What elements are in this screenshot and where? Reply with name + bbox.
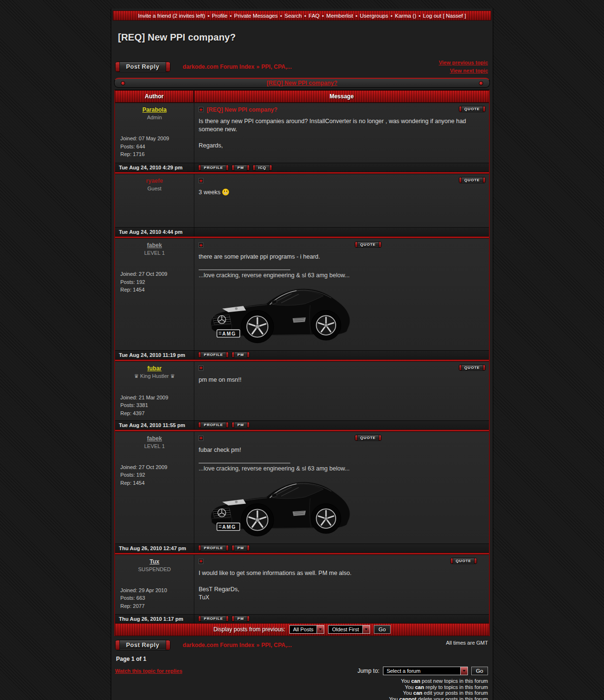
author-name-link[interactable]: Tux	[149, 558, 159, 565]
pm-label: PM	[234, 616, 247, 621]
post-reply-label: Post Reply	[120, 62, 166, 72]
author-rank: Guest	[148, 186, 161, 191]
permission-line: Youcanpost new topics in this forum	[115, 678, 488, 684]
nav-memberlist[interactable]: Memberlist	[326, 13, 353, 19]
jump-to-go-button[interactable]: Go	[471, 667, 488, 675]
nav-usergroups[interactable]: Usergroups	[360, 13, 388, 19]
author-name-link[interactable]: fubar	[148, 365, 162, 372]
nav-search[interactable]: Search	[285, 13, 302, 19]
watch-topic-link[interactable]: Watch this topic for replies	[115, 668, 182, 674]
author-rank: LEVEL 1	[144, 443, 165, 449]
profile-button[interactable]: PROFILE	[198, 422, 229, 428]
profile-button[interactable]: PROFILE	[198, 165, 229, 171]
icq-button[interactable]: ICQ	[253, 165, 272, 171]
view-next-topic-link[interactable]: View next topic	[450, 67, 488, 75]
pm-button[interactable]: PM	[232, 545, 250, 551]
breadcrumb-forum-index[interactable]: darkode.com Forum Index	[183, 642, 254, 648]
button-cap	[226, 545, 228, 551]
post-body: there are some private ppi programs - i …	[199, 253, 484, 261]
pm-label: PM	[234, 352, 247, 357]
author-name-link[interactable]: ryaefe	[146, 178, 163, 184]
author-stats: Joined: 27 Oct 2009 Posts: 192 Rep: 1454	[119, 270, 190, 294]
quote-button[interactable]: QUOTE	[459, 106, 486, 112]
signature-text: ...love cracking, reverse engineering & …	[199, 465, 484, 472]
profile-button[interactable]: PROFILE	[198, 352, 229, 358]
quote-button[interactable]: QUOTE	[355, 435, 381, 441]
black-mercedes-sl63-amg-image: AMG	[201, 473, 359, 540]
chevron-down-icon	[317, 626, 324, 633]
quote-button[interactable]: QUOTE	[450, 558, 477, 564]
table-header-row: Author Message	[115, 90, 489, 103]
jump-to-forum-select[interactable]: Select a forum	[383, 667, 468, 675]
author-name-link[interactable]: Parabola	[142, 106, 167, 113]
pm-button[interactable]: PM	[232, 422, 250, 428]
author-column-header: Author	[115, 91, 194, 102]
top-nav-bar: Invite a friend (2 invites left)• Profil…	[113, 10, 491, 21]
posts-order-select[interactable]: Oldest First	[328, 625, 370, 634]
bottom-area: Post Reply darkode.com Forum Index»PPI, …	[115, 640, 488, 700]
button-cap	[226, 165, 228, 170]
nav-invite-friend[interactable]: Invite a friend (2 invites left)	[138, 13, 205, 19]
button-cap	[483, 365, 485, 370]
signature-divider	[199, 270, 290, 270]
author-name-link[interactable]: fabek	[147, 435, 162, 442]
permission-line: Youcanedit your posts in this forum	[115, 690, 488, 696]
icq-label: ICQ	[255, 165, 269, 170]
very-happy-smiley-icon	[222, 188, 229, 196]
author-post-count: Posts: 663	[120, 594, 190, 602]
posts-order-value: Oldest First	[328, 626, 362, 633]
quote-label: QUOTE	[453, 558, 474, 564]
post-reply-button-bottom[interactable]: Post Reply	[115, 640, 170, 650]
breadcrumb-current-forum[interactable]: PPI, CPA,...	[261, 642, 292, 648]
jump-to-value: Select a forum	[383, 667, 424, 675]
pm-button[interactable]: PM	[232, 352, 250, 358]
author-joined: Joined: 27 Oct 2009	[120, 463, 190, 471]
profile-label: PROFILE	[201, 165, 226, 170]
author-rep: Rep: 2077	[120, 602, 190, 610]
view-previous-topic-link[interactable]: View previous topic	[439, 59, 488, 67]
topic-title-link[interactable]: [REQ] New PPI company?	[266, 80, 337, 86]
button-cap	[226, 352, 228, 357]
nav-separator: •	[391, 13, 392, 19]
post-date: Tue Aug 24, 2010 4:29 pm	[115, 163, 194, 172]
profile-button[interactable]: PROFILE	[198, 545, 229, 551]
author-rep: Rep: 4397	[120, 409, 190, 418]
quote-button[interactable]: QUOTE	[355, 241, 381, 248]
nav-profile[interactable]: Profile	[212, 13, 228, 19]
svg-text:AMG: AMG	[223, 331, 236, 336]
forum-permissions: Youcanpost new topics in this forum Youc…	[115, 678, 488, 700]
page-number-info: Page 1 of 1	[116, 656, 488, 662]
nav-logout[interactable]: Log out [ Nassef ]	[423, 13, 466, 19]
post-body: pm me on msn!!	[199, 376, 484, 384]
author-name-link[interactable]: fabek	[147, 242, 162, 249]
breadcrumb-current-forum[interactable]: PPI, CPA,...	[261, 63, 292, 70]
author-joined: Joined: 21 Mar 2009	[120, 394, 190, 402]
post-reply-button[interactable]: Post Reply	[115, 62, 170, 72]
nav-karma[interactable]: Karma ()	[395, 13, 416, 19]
nav-private-messages[interactable]: Private Messages	[234, 13, 277, 19]
posts-range-select[interactable]: All Posts	[289, 625, 325, 634]
pm-button[interactable]: PM	[232, 616, 250, 622]
author-stats: Joined: 29 Apr 2010 Posts: 663 Rep: 2077	[119, 586, 190, 610]
nav-separator: •	[208, 13, 210, 19]
display-posts-go-button[interactable]: Go	[374, 625, 391, 634]
quote-button[interactable]: QUOTE	[459, 365, 486, 371]
quote-label: QUOTE	[358, 242, 379, 247]
author-post-count: Posts: 644	[120, 143, 190, 151]
author-rep: Rep: 1454	[120, 286, 190, 294]
nav-faq[interactable]: FAQ	[308, 13, 319, 19]
post-footer: Thu Aug 26, 2010 12:47 pm PROFILE PM	[115, 543, 489, 553]
profile-label: PROFILE	[201, 545, 226, 551]
post-author-cell: ryaefe Guest	[115, 174, 194, 227]
forum-post: fabek LEVEL 1 Joined: 27 Oct 2009 Posts:…	[115, 431, 489, 553]
button-cap	[474, 558, 477, 564]
quote-button[interactable]: QUOTE	[459, 177, 486, 183]
post-body: 3 weeks	[199, 188, 484, 197]
profile-button[interactable]: PROFILE	[198, 616, 229, 622]
breadcrumb-forum-index[interactable]: darkode.com Forum Index	[183, 63, 254, 70]
message-column-header: Message	[194, 91, 489, 102]
pm-button[interactable]: PM	[232, 165, 250, 171]
button-cap	[379, 242, 381, 247]
post-author-cell: fabek LEVEL 1 Joined: 27 Oct 2009 Posts:…	[115, 239, 194, 350]
post-icon	[199, 436, 203, 441]
